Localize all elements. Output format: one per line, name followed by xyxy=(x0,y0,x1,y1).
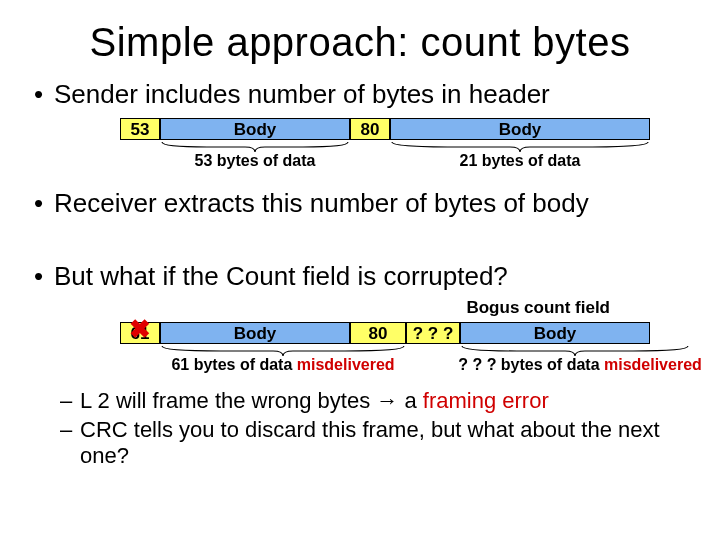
subbullet-1: L 2 will frame the wrong bytes → a frami… xyxy=(60,388,690,414)
bogus-count-label: Bogus count field xyxy=(30,298,610,318)
diagram-1: 53 Body 80 Body 53 bytes of data 21 byte… xyxy=(120,116,660,172)
header-box-80: 80 xyxy=(350,118,390,140)
bullet-3: But what if the Count field is corrupted… xyxy=(34,261,690,292)
header-box-61: 61 xyxy=(120,322,160,344)
bullet-2: Receiver extracts this number of bytes o… xyxy=(34,188,690,219)
brace-label-unknown: ? ? ? bytes of data misdelivered xyxy=(450,356,710,374)
body-box-2: Body xyxy=(390,118,650,140)
brace-label-61: 61 bytes of data misdelivered xyxy=(160,356,406,374)
arrow-icon: → xyxy=(376,388,404,413)
brace-label-53: 53 bytes of data xyxy=(160,152,350,170)
diagram-2: 61 Body 80 ? ? ? Body ✖ 61 bytes of data… xyxy=(120,320,660,376)
slide-title: Simple approach: count bytes xyxy=(30,20,690,65)
brace-label-21: 21 bytes of data xyxy=(390,152,650,170)
header-box-unknown: ? ? ? xyxy=(406,322,460,344)
brace-unknown: ? ? ? bytes of data misdelivered xyxy=(460,346,690,376)
body-box-4: Body xyxy=(460,322,650,344)
subbullet-2: CRC tells you to discard this frame, but… xyxy=(60,417,690,469)
body-box-3: Body xyxy=(160,322,350,344)
header-box-80b: 80 xyxy=(350,322,406,344)
brace-21: 21 bytes of data xyxy=(390,142,650,172)
header-61-text: 61 xyxy=(131,324,150,343)
brace-53: 53 bytes of data xyxy=(160,142,350,172)
brace-61: 61 bytes of data misdelivered xyxy=(160,346,406,376)
bullet-1: Sender includes number of bytes in heade… xyxy=(34,79,690,110)
body-box-1: Body xyxy=(160,118,350,140)
header-box-53: 53 xyxy=(120,118,160,140)
